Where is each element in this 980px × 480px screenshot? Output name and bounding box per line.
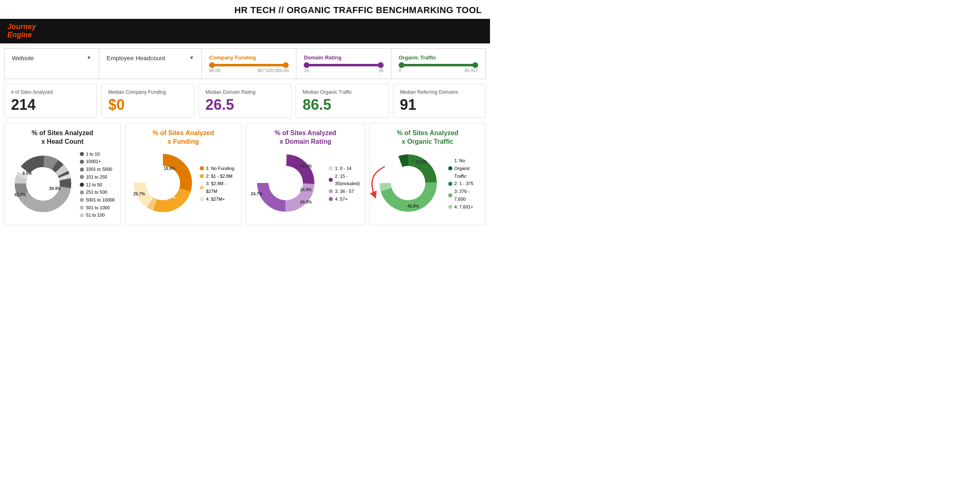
median-referring-domains-value: 91 (400, 97, 479, 113)
funding-chart-title: % of Sites Analyzedx Funding (130, 129, 236, 146)
website-dropdown[interactable]: Website ▼ (12, 54, 91, 61)
funding-chart-card: % of Sites Analyzedx Funding 15.9% 25.7% (125, 123, 242, 225)
headcount-chart-inner: 8.5% 42.3% 39.4% 1 to 10 10001+ 1001 to … (9, 150, 115, 219)
organic-traffic-filter: Organic Traffic 0 45,917 (391, 49, 485, 79)
domain-rating-chart-inner: 25.5% 24.9% 24.7% 24.9% 1: 0 - 14 2: 15 … (251, 150, 360, 217)
website-filter[interactable]: Website ▼ (5, 49, 99, 79)
funding-range-max-dot[interactable] (283, 62, 289, 68)
svg-text:8.5%: 8.5% (23, 171, 32, 176)
metrics-row: # of Sites Analyzed 214 Median Company F… (4, 84, 486, 118)
website-label: Website (12, 54, 34, 61)
organic-traffic-legend: 1: No Organic Traffic 2: 1 - 375 3: 376 … (448, 157, 481, 211)
median-organic-traffic-card: Median Organic Traffic 86.5 (296, 84, 388, 118)
svg-text:15.9%: 15.9% (164, 166, 175, 171)
median-organic-traffic-value: 86.5 (303, 97, 382, 113)
svg-text:24.9%: 24.9% (300, 188, 312, 192)
logo: JourneyEngine (7, 23, 36, 39)
website-arrow: ▼ (86, 55, 91, 61)
domain-rating-range-labels: 15 35 (304, 68, 383, 73)
svg-text:25.7%: 25.7% (133, 192, 145, 196)
funding-range-min-dot[interactable] (209, 62, 215, 68)
funding-chart-inner: 15.9% 25.7% 54.7% 1: No Funding 2: $1 - … (130, 150, 236, 217)
svg-text:25.5%: 25.5% (300, 164, 312, 168)
svg-point-21 (269, 166, 303, 200)
sites-analyzed-label: # of Sites Analyzed (11, 89, 90, 95)
organic-traffic-chart-card: % of Sites Analyzedx Organic Traffic 19.… (369, 123, 486, 225)
charts-row: % of Sites Analyzedx Head Count (4, 123, 486, 225)
funding-filter: Company Funding $0.00 $57,620,000.00 (202, 49, 296, 79)
domain-rating-min: 15 (304, 68, 309, 73)
filters-row: Website ▼ Employee Headcount ▼ Company F… (4, 48, 486, 79)
median-referring-domains-card: Median Referring Domains 91 (393, 84, 486, 118)
domain-rating-filter-label: Domain Rating (304, 54, 383, 61)
organic-traffic-filter-label: Organic Traffic (399, 54, 478, 61)
funding-legend: 1: No Funding 2: $1 - $2.8M 3: $2.8M - $… (200, 165, 236, 203)
domain-rating-max: 35 (378, 68, 383, 73)
svg-text:19.2%: 19.2% (415, 160, 427, 164)
median-organic-traffic-label: Median Organic Traffic (303, 89, 382, 95)
headcount-filter[interactable]: Employee Headcount ▼ (99, 49, 202, 79)
organic-traffic-range-max-dot[interactable] (472, 62, 478, 68)
domain-rating-range-track[interactable] (304, 64, 383, 66)
domain-rating-range-min-dot[interactable] (304, 62, 309, 68)
domain-rating-filter: Domain Rating 15 35 (296, 49, 391, 79)
funding-donut: 15.9% 25.7% 54.7% (130, 150, 196, 217)
svg-text:42.3%: 42.3% (14, 192, 26, 197)
funding-min: $0.00 (209, 68, 221, 73)
domain-rating-legend: 1: 0 - 14 2: 15 - 35(included) 3: 36 - 5… (329, 165, 360, 203)
organic-traffic-range-min-dot[interactable] (399, 62, 404, 68)
funding-max: $57,620,000.00 (257, 68, 289, 73)
median-domain-rating-card: Median Domain Rating 26.5 (199, 84, 291, 118)
headcount-label: Employee Headcount (106, 54, 165, 61)
median-domain-rating-value: 26.5 (205, 97, 285, 113)
svg-text:24.9%: 24.9% (300, 200, 312, 204)
median-funding-card: Median Company Funding $0 (101, 84, 194, 118)
headcount-dropdown[interactable]: Employee Headcount ▼ (106, 54, 194, 61)
organic-traffic-chart-inner: 19.2% 30.4% 45.8% 1: No Organic Traffic (375, 150, 481, 217)
header-bar: JourneyEngine (0, 19, 490, 43)
organic-traffic-range-labels: 0 45,917 (399, 68, 478, 73)
svg-text:24.7%: 24.7% (251, 192, 262, 196)
svg-text:45.8%: 45.8% (407, 204, 419, 208)
funding-range-track[interactable] (209, 64, 289, 66)
svg-text:30.4%: 30.4% (376, 179, 387, 184)
headcount-chart-title: % of Sites Analyzedx Head Count (9, 129, 115, 146)
page-title: HR TECH // ORGANIC TRAFFIC BENCHMARKING … (0, 0, 490, 19)
headcount-legend: 1 to 10 10001+ 1001 to 5000 101 to 250 1… (80, 150, 115, 219)
median-funding-label: Median Company Funding (108, 89, 187, 95)
svg-text:54.7%: 54.7% (164, 195, 175, 199)
organic-traffic-chart-title: % of Sites Analyzedx Organic Traffic (375, 129, 481, 146)
svg-text:39.4%: 39.4% (49, 186, 61, 191)
sites-analyzed-value: 214 (11, 97, 90, 113)
headcount-arrow: ▼ (189, 55, 194, 61)
headcount-chart-card: % of Sites Analyzedx Head Count (4, 123, 121, 225)
organic-traffic-range-track[interactable] (399, 64, 478, 66)
sites-analyzed-card: # of Sites Analyzed 214 (4, 84, 97, 118)
organic-traffic-donut: 19.2% 30.4% 45.8% (375, 150, 444, 217)
domain-rating-donut: 25.5% 24.9% 24.7% 24.9% (251, 150, 325, 217)
funding-filter-label: Company Funding (209, 54, 289, 61)
funding-range-labels: $0.00 $57,620,000.00 (209, 68, 289, 73)
organic-traffic-max: 45,917 (464, 68, 478, 73)
median-domain-rating-label: Median Domain Rating (205, 89, 285, 95)
median-referring-domains-label: Median Referring Domains (400, 89, 479, 95)
headcount-donut: 8.5% 42.3% 39.4% (10, 151, 76, 218)
svg-point-30 (391, 166, 425, 200)
domain-rating-range-max-dot[interactable] (378, 62, 384, 68)
median-funding-value: $0 (108, 97, 187, 113)
organic-traffic-min: 0 (399, 68, 401, 73)
domain-rating-chart-title: % of Sites Analyzedx Domain Rating (251, 129, 360, 146)
domain-rating-chart-card: % of Sites Analyzedx Domain Rating 25.5%… (246, 123, 365, 225)
